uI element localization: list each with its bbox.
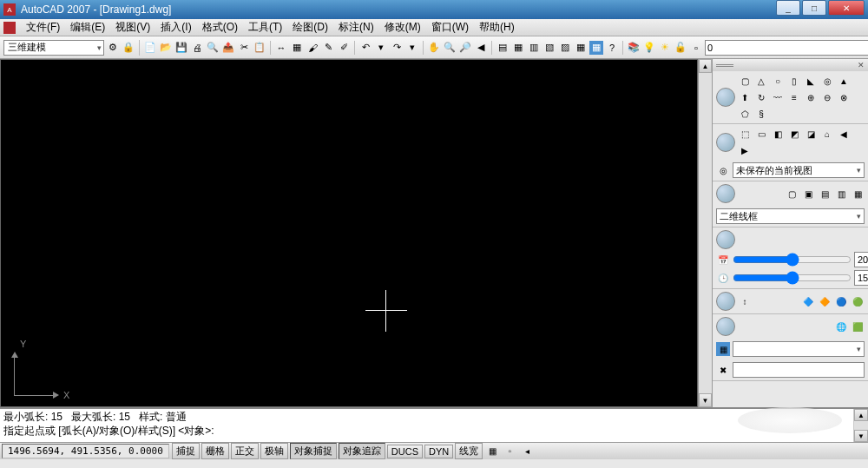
status-layout-icon[interactable]: ▫ [503,445,516,458]
union-icon[interactable]: ⊕ [804,90,818,104]
status-expand-icon[interactable]: ◂ [520,445,534,458]
mat-b-icon[interactable]: 🔶 [818,294,832,308]
status-osnap[interactable]: 对象捕捉 [290,443,337,459]
new-icon[interactable]: 📄 [143,41,157,55]
help-icon[interactable]: ? [605,41,619,55]
print-icon[interactable]: 🖨 [190,41,204,55]
view-target-icon[interactable]: ◎ [716,163,730,177]
shade-b-icon[interactable]: ▣ [801,187,815,201]
shade-select[interactable]: 二维线框 [716,208,865,224]
pyramid-icon[interactable]: ▲ [837,74,851,88]
cone-icon[interactable]: △ [754,74,768,88]
status-lwt[interactable]: 线宽 [455,443,483,459]
scroll-down-icon[interactable]: ▼ [699,393,712,407]
subtract-icon[interactable]: ⊖ [820,90,834,104]
erase-icon[interactable]: ✐ [337,41,351,55]
block-icon[interactable]: ▦ [290,41,304,55]
shade-c-icon[interactable]: ▤ [818,187,832,201]
view-top-icon[interactable]: ⬚ [738,127,752,141]
render-select[interactable] [733,341,865,357]
view-home-icon[interactable]: ⌂ [820,127,834,141]
canvas-vscrollbar[interactable]: ▲ ▼ [698,59,712,407]
view-left-icon[interactable]: ◧ [771,127,785,141]
undo-icon[interactable]: ↶ [358,41,372,55]
open-icon[interactable]: 📂 [159,41,173,55]
redo-icon[interactable]: ↷ [390,41,404,55]
wedge-icon[interactable]: ◣ [804,74,818,88]
view-prev-icon[interactable]: ◀ [837,127,851,141]
sweep-icon[interactable]: 〰 [771,90,785,104]
render-del-icon[interactable]: ✖ [716,363,730,377]
view-next-icon[interactable]: ▶ [738,143,752,157]
clock-icon[interactable]: 🕒 [716,271,730,285]
panel-dt-icon[interactable] [716,230,735,249]
save-icon[interactable]: 💾 [174,41,188,55]
menu-modify[interactable]: 修改(M) [379,20,426,35]
menu-view[interactable]: 视图(V) [110,20,155,35]
layer-mgr-icon[interactable]: 📚 [627,41,641,55]
zoom-rt-icon[interactable]: 🔍 [443,41,457,55]
view-sw-icon[interactable]: ◩ [787,127,801,141]
scroll-up-icon[interactable]: ▲ [699,59,712,73]
dcenter-icon[interactable]: ▦ [511,41,525,55]
match-icon[interactable]: ↔ [274,41,288,55]
revolve-icon[interactable]: ↻ [754,90,768,104]
workspace-settings-icon[interactable]: ⚙ [106,41,120,55]
menu-file[interactable]: 文件(F) [21,20,65,35]
shade-e-icon[interactable]: ▦ [851,187,865,201]
props-icon[interactable]: ▤ [496,41,510,55]
helix-icon[interactable]: § [754,107,768,121]
status-snap[interactable]: 捕捉 [172,443,200,459]
panel-shade-icon[interactable] [716,184,735,203]
status-dyn[interactable]: DYN [424,445,453,458]
menu-draw[interactable]: 绘图(D) [287,20,333,35]
brush-icon[interactable]: ✎ [321,41,335,55]
box-icon[interactable]: ▢ [738,74,752,88]
status-grid[interactable]: 栅格 [201,443,229,459]
preview-icon[interactable]: 🔍 [206,41,220,55]
zoom-prev-icon[interactable]: ◀ [474,41,488,55]
panel-view-icon[interactable] [716,133,735,152]
menu-window[interactable]: 窗口(W) [426,20,474,35]
qcalc-icon[interactable]: ▦ [589,41,603,55]
sphere-icon[interactable]: ○ [771,74,785,88]
status-otrack[interactable]: 对象追踪 [339,443,385,459]
loft-icon[interactable]: ≡ [787,90,801,104]
render-sel-icon[interactable]: ▦ [716,342,730,356]
slider-date[interactable] [733,253,852,267]
torus-icon[interactable]: ◎ [820,74,834,88]
shade-a-icon[interactable]: ▢ [785,187,799,201]
status-model-icon[interactable]: ▦ [485,445,499,458]
cylinder-icon[interactable]: ▯ [787,74,801,88]
panel-render-icon[interactable] [716,317,735,336]
menu-tools[interactable]: 工具(T) [243,20,287,35]
status-polar[interactable]: 极轴 [260,443,288,459]
workspace-lock-icon[interactable]: 🔒 [122,41,135,55]
mat-a-icon[interactable]: 🔷 [801,294,815,308]
cmd-vscrollbar[interactable]: ▲ ▼ [854,409,868,442]
zoom-win-icon[interactable]: 🔎 [458,41,472,55]
time-field[interactable]: 15:00 [854,270,868,286]
pan-icon[interactable]: ✋ [427,41,441,55]
slider-time[interactable] [733,271,852,285]
maximize-button[interactable] [802,0,826,16]
render-a-icon[interactable]: 🌐 [834,320,848,333]
paint-icon[interactable]: 🖌 [306,41,319,55]
mat-d-icon[interactable]: 🟢 [851,294,865,308]
cmd-scroll-up-icon[interactable]: ▲ [854,409,868,421]
bulb-icon[interactable]: 💡 [642,41,656,55]
mat-c-icon[interactable]: 🔵 [834,294,848,308]
panel-main-icon[interactable] [716,88,735,107]
panel-close-icon[interactable]: ✕ [858,61,865,69]
menu-edit[interactable]: 编辑(E) [65,20,110,35]
color-icon[interactable]: ▫ [689,41,703,55]
poly-icon[interactable]: ⬠ [738,107,752,121]
copy-icon[interactable]: 📋 [253,41,266,55]
redo-drop-icon[interactable]: ▾ [405,41,419,55]
render-b-icon[interactable]: 🟩 [851,320,865,333]
menu-help[interactable]: 帮助(H) [474,20,520,35]
status-ducs[interactable]: DUCS [387,445,423,458]
publish-icon[interactable]: 📤 [221,41,235,55]
view-ne-icon[interactable]: ◪ [804,127,818,141]
layer-select[interactable]: 0 [705,40,868,56]
